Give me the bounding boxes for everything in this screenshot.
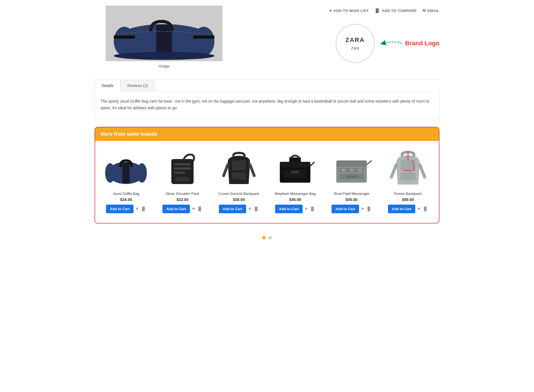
envelope-icon: ✉ — [422, 8, 426, 13]
svg-point-3 — [193, 27, 214, 56]
product-price-5: $45.00 — [346, 197, 358, 202]
brand-logo-area: ZARA Zara Brand Logo — [336, 24, 439, 63]
svg-line-38 — [391, 165, 396, 177]
brand-logo-label: Brand Logo — [405, 40, 439, 47]
wishlist-btn-3[interactable]: ♥ — [248, 206, 251, 211]
brand-logo-circle[interactable]: ZARA Zara — [336, 24, 375, 63]
product-actions-6: Add to Cart ♥ ▐▌ — [388, 205, 428, 213]
product-price-4: $45.00 — [289, 197, 301, 202]
product-image-area: Image — [95, 6, 234, 68]
product-price-3: $38.00 — [233, 197, 245, 202]
add-to-cart-btn-3[interactable]: Add to Cart — [219, 205, 246, 213]
svg-line-19 — [250, 165, 254, 176]
svg-rect-13 — [174, 167, 191, 170]
product-name-2: Strive Shoulder Pack — [165, 192, 199, 196]
svg-line-39 — [420, 165, 425, 177]
product-name-4: Wayfarer Messenger Bag — [275, 192, 316, 196]
compare-btn-1[interactable]: ▐▌ — [141, 207, 146, 211]
wishlist-btn-6[interactable]: ♥ — [417, 206, 420, 211]
product-actions-4: Add to Cart ♥ ▐▌ — [275, 205, 315, 213]
svg-rect-15 — [175, 177, 189, 181]
product-card-6: Fusion Backpack $59.00 Add to Cart ♥ ▐▌ — [380, 147, 436, 217]
svg-point-9 — [105, 163, 115, 183]
pagination-dot-2[interactable] — [268, 236, 272, 239]
compare-btn-6[interactable]: ▐▌ — [422, 207, 428, 211]
product-name-3: Crown Summit Backpack — [219, 192, 259, 196]
product-card-3: Crown Summit Backpack $38.00 Add to Cart… — [211, 147, 267, 217]
tabs-section: Details Reviews (2) The sporty Joust Duf… — [95, 80, 439, 118]
svg-line-33 — [367, 160, 372, 165]
svg-line-18 — [224, 165, 228, 176]
wishlist-btn-2[interactable]: ♥ — [192, 206, 195, 211]
add-to-compare-action[interactable]: ▐▌ ADD TO COMPARE — [374, 8, 417, 13]
compare-btn-2[interactable]: ▐▌ — [197, 207, 202, 211]
compare-btn-4[interactable]: ▐▌ — [310, 207, 315, 211]
add-to-cart-btn-6[interactable]: Add to Cart — [388, 205, 416, 213]
svg-point-10 — [137, 163, 147, 183]
wishlist-btn-1[interactable]: ♥ — [136, 206, 139, 211]
email-label: EMAIL — [427, 9, 439, 13]
product-name-6: Fusion Backpack — [394, 192, 422, 196]
wishlist-btn-4[interactable]: ♥ — [305, 206, 308, 211]
product-price-1: $34.00 — [120, 197, 132, 202]
svg-rect-32 — [358, 168, 362, 172]
svg-rect-35 — [400, 172, 416, 180]
compare-btn-3[interactable]: ▐▌ — [253, 207, 259, 211]
svg-rect-16 — [232, 160, 246, 170]
product-card-2: Strive Shoulder Pack $32.00 Add to Cart … — [154, 147, 211, 217]
product-name-5: Rival Field Messenger — [334, 192, 370, 196]
add-to-cart-btn-4[interactable]: Add to Cart — [275, 205, 303, 213]
svg-rect-34 — [400, 160, 416, 171]
add-to-cart-btn-2[interactable]: Add to Cart — [162, 205, 190, 213]
add-to-wishlist-action[interactable]: ♥ ADD TO WISH LIST — [329, 8, 369, 13]
pagination-dot-1[interactable] — [262, 236, 266, 239]
heart-icon: ♥ — [329, 8, 332, 13]
pagination-dots — [95, 232, 439, 248]
product-image-2 — [160, 149, 205, 188]
svg-rect-21 — [280, 162, 310, 167]
brands-header-title: More from same brands — [101, 131, 157, 137]
compare-label: ADD TO COMPARE — [382, 9, 417, 13]
tab-content-details: The sporty Joust Duffle Bag can't be bea… — [95, 91, 439, 118]
svg-rect-30 — [341, 168, 345, 172]
svg-rect-23 — [291, 171, 299, 173]
tab-reviews[interactable]: Reviews (2) — [120, 80, 155, 91]
product-price-6: $59.00 — [402, 197, 414, 202]
product-card-1: Joust Duffle Bag $34.00 Add to Cart ♥ ▐▌ — [98, 147, 154, 217]
product-right-panel: ♥ ADD TO WISH LIST ▐▌ ADD TO COMPARE ✉ E… — [245, 6, 439, 63]
brands-header: More from same brands — [95, 127, 439, 141]
svg-rect-17 — [232, 172, 246, 179]
product-actions-5: Add to Cart ♥ ▐▌ — [332, 205, 372, 213]
svg-rect-29 — [346, 175, 357, 178]
svg-point-6 — [114, 52, 214, 60]
image-label: Image — [159, 64, 170, 68]
tabs-bar: Details Reviews (2) — [95, 80, 439, 91]
product-card-5: Rival Field Messenger $45.00 Add to Cart… — [323, 147, 380, 217]
svg-rect-12 — [174, 163, 191, 165]
svg-rect-5 — [193, 36, 214, 39]
product-actions-3: Add to Cart ♥ ▐▌ — [219, 205, 259, 213]
product-actions-1: Add to Cart ♥ ▐▌ — [106, 205, 146, 213]
compare-btn-5[interactable]: ▐▌ — [366, 207, 372, 211]
brand-name-small: Zara — [351, 46, 359, 50]
svg-line-24 — [310, 162, 315, 166]
product-image-1 — [104, 149, 148, 188]
products-grid: Joust Duffle Bag $34.00 Add to Cart ♥ ▐▌ — [95, 141, 439, 223]
product-image-6 — [386, 149, 430, 188]
product-name-1: Joust Duffle Bag — [113, 192, 139, 196]
add-to-cart-btn-1[interactable]: Add to Cart — [106, 205, 134, 213]
svg-rect-4 — [114, 36, 135, 39]
wishlist-label: ADD TO WISH LIST — [333, 9, 369, 13]
svg-rect-14 — [174, 172, 185, 174]
product-image-3 — [217, 149, 261, 188]
product-price-2: $32.00 — [177, 197, 189, 202]
product-main-image — [106, 6, 222, 61]
tab-details[interactable]: Details — [95, 80, 120, 91]
email-action[interactable]: ✉ EMAIL — [422, 8, 439, 13]
wishlist-btn-5[interactable]: ♥ — [361, 206, 364, 211]
action-bar: ♥ ADD TO WISH LIST ▐▌ ADD TO COMPARE ✉ E… — [329, 8, 439, 13]
add-to-cart-btn-5[interactable]: Add to Cart — [332, 205, 359, 213]
product-card-4: Wayfarer Messenger Bag $45.00 Add to Car… — [267, 147, 323, 217]
svg-point-2 — [114, 27, 135, 56]
product-image-4 — [273, 149, 317, 188]
